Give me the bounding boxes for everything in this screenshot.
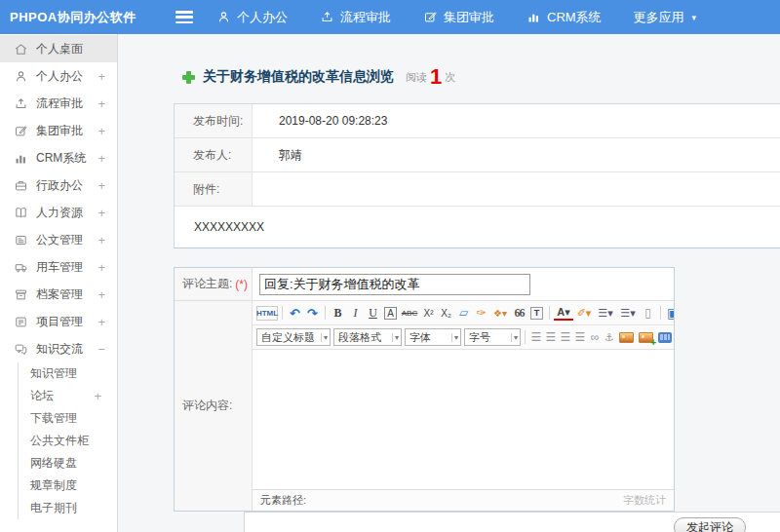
sidebar-item-group-approval[interactable]: 集团审批 + xyxy=(0,117,117,144)
insert-image-add-icon[interactable] xyxy=(639,332,653,343)
nav-item-label: 个人办公 xyxy=(237,9,288,26)
nav-item-label: 更多应用 xyxy=(634,9,684,26)
eraser-icon[interactable]: ▱ xyxy=(455,304,472,322)
separator[interactable] xyxy=(660,306,661,320)
insert-image-icon[interactable] xyxy=(619,332,634,343)
article-info-table: 发布时间: 2019-08-20 09:28:23 发布人: 郭靖 附件: xyxy=(174,103,780,248)
menu-toggle-icon[interactable] xyxy=(176,11,193,23)
rich-text-editor: HTML ↶ ↷ B I xyxy=(253,301,674,511)
comment-content-label-cell: 评论内容: xyxy=(175,301,253,511)
ordered-list-icon[interactable]: ☰▾ xyxy=(595,304,616,322)
subscript-icon[interactable]: X₂ xyxy=(438,304,454,322)
expand-toggle-icon[interactable]: + xyxy=(98,69,105,84)
unordered-list-icon[interactable]: ☰▾ xyxy=(617,304,639,322)
editor-body[interactable] xyxy=(253,350,674,489)
add-icon xyxy=(182,71,195,84)
nav-group-approval[interactable]: 集团审批 xyxy=(423,9,502,26)
word-count-label[interactable]: 字数统计 xyxy=(623,493,666,508)
sub-item-public-cabinet[interactable]: 公共文件柜 xyxy=(19,430,117,452)
sidebar-item-archives[interactable]: 档案管理 + xyxy=(0,281,117,308)
style-dropdown-icon[interactable]: ❖▾ xyxy=(490,304,510,322)
element-path-label: 元素路径: xyxy=(260,493,306,508)
expand-toggle-icon[interactable]: + xyxy=(94,389,101,403)
expand-toggle-icon[interactable]: + xyxy=(98,124,105,138)
expand-toggle-icon[interactable]: + xyxy=(98,206,105,220)
align-left-icon[interactable]: ☰ xyxy=(529,328,543,346)
link-icon[interactable]: ∞ xyxy=(588,328,602,346)
sub-item-knowledge-mgmt[interactable]: 知识管理 xyxy=(19,362,117,385)
sub-item-label: 知识管理 xyxy=(30,365,101,382)
italic-icon[interactable]: I xyxy=(347,304,364,322)
document-icon xyxy=(14,233,28,247)
page-body: 个人桌面 个人办公 + 流程审批 + xyxy=(0,34,780,532)
expand-toggle-icon[interactable]: + xyxy=(98,233,105,247)
strikethrough-icon[interactable]: ABC xyxy=(400,304,419,322)
fullscreen-icon[interactable]: ▣ xyxy=(665,304,674,322)
underline-icon[interactable]: U xyxy=(365,304,381,322)
chevron-down-icon: ▾ xyxy=(321,333,328,342)
nav-crm[interactable]: CRM系统 xyxy=(526,9,609,26)
comment-subject-input[interactable] xyxy=(259,274,530,295)
font-family-select[interactable]: 字体 ▾ xyxy=(405,328,461,346)
expand-toggle-icon[interactable]: + xyxy=(98,178,105,193)
sub-item-e-journal[interactable]: 电子期刊 xyxy=(19,497,117,519)
expand-toggle-icon[interactable]: + xyxy=(98,287,105,302)
expand-toggle-icon[interactable]: + xyxy=(98,260,105,275)
source-code-button[interactable]: HTML xyxy=(256,306,278,321)
align-center-icon[interactable]: ☰ xyxy=(544,328,558,346)
separator[interactable] xyxy=(549,306,550,320)
sub-item-network-drive[interactable]: 网络硬盘 xyxy=(19,452,117,475)
sidebar-item-admin-office[interactable]: 行政办公 + xyxy=(0,171,117,199)
separator[interactable] xyxy=(525,330,526,344)
select-value: 自定义标题 xyxy=(261,330,315,345)
separator[interactable] xyxy=(325,306,326,320)
sidebar-item-personal-office[interactable]: 个人办公 + xyxy=(0,62,117,90)
superscript-icon[interactable]: X² xyxy=(420,304,437,322)
sub-item-downloads[interactable]: 下载管理 xyxy=(19,407,117,430)
separator[interactable] xyxy=(282,306,283,320)
nav-personal-office[interactable]: 个人办公 xyxy=(216,9,295,26)
sidebar-item-official-docs[interactable]: 公文管理 + xyxy=(0,226,117,253)
anchor-icon[interactable]: ⚓ xyxy=(603,328,616,346)
insert-video-icon[interactable] xyxy=(658,332,672,343)
highlight-icon[interactable]: ✐▾ xyxy=(574,304,594,322)
blockquote-icon[interactable]: 66 xyxy=(511,304,527,322)
submit-comment-button[interactable]: 发起评论 xyxy=(674,517,746,532)
sidebar-item-knowledge[interactable]: 知识交流 − xyxy=(0,335,117,362)
group-approval-icon xyxy=(423,10,438,24)
nav-more-apps[interactable]: 更多应用 ▾ xyxy=(634,9,697,26)
sub-item-rules[interactable]: 规章制度 xyxy=(19,475,117,497)
sidebar-item-crm[interactable]: CRM系统 + xyxy=(0,144,117,171)
sidebar-item-personal-desktop[interactable]: 个人桌面 xyxy=(0,35,117,62)
workflow-approval-icon xyxy=(14,96,28,111)
top-nav: 个人办公 流程审批 集团审批 CRM系统 xyxy=(216,9,696,26)
info-row-label: 发布时间: xyxy=(175,104,253,137)
nav-workflow-approval[interactable]: 流程审批 xyxy=(320,9,399,26)
redo-icon[interactable]: ↷ xyxy=(304,304,321,322)
text-border-icon[interactable]: A xyxy=(384,307,397,320)
expand-toggle-icon[interactable]: + xyxy=(98,151,105,166)
info-row-value: 2019-08-20 09:28:23 xyxy=(253,104,387,137)
content-area: 关于财务增值税的改革信息浏览 阅读 1 次 发布时间: 2019-08-20 0… xyxy=(118,34,780,532)
align-right-icon[interactable]: ☰ xyxy=(559,328,572,346)
align-justify-icon[interactable]: ☰ xyxy=(573,328,587,346)
font-color-icon[interactable]: A▾ xyxy=(554,306,573,321)
new-page-icon[interactable]: ▯ xyxy=(640,304,656,322)
font-size-select[interactable]: 字号 ▾ xyxy=(464,328,521,346)
sidebar-item-label: 人力资源 xyxy=(36,205,98,221)
sub-item-forum[interactable]: 论坛 + xyxy=(19,385,117,407)
format-brush-icon[interactable]: ✑ xyxy=(473,304,489,322)
sidebar-item-workflow-approval[interactable]: 流程审批 + xyxy=(0,90,117,117)
expand-toggle-icon[interactable]: + xyxy=(98,96,105,111)
nav-item-label: 集团审批 xyxy=(444,9,494,26)
custom-title-select[interactable]: 自定义标题 ▾ xyxy=(256,328,331,346)
paste-text-icon[interactable]: T xyxy=(530,307,543,320)
sidebar-item-projects[interactable]: 项目管理 + xyxy=(0,308,117,335)
expand-toggle-icon[interactable]: + xyxy=(98,315,105,329)
expand-toggle-icon[interactable]: − xyxy=(98,342,105,357)
sidebar-item-hr[interactable]: 人力资源 + xyxy=(0,199,117,226)
bold-icon[interactable]: B xyxy=(330,304,346,322)
paragraph-format-select[interactable]: 段落格式 ▾ xyxy=(333,328,402,346)
undo-icon[interactable]: ↶ xyxy=(287,304,303,322)
sidebar-item-vehicle[interactable]: 用车管理 + xyxy=(0,253,117,281)
